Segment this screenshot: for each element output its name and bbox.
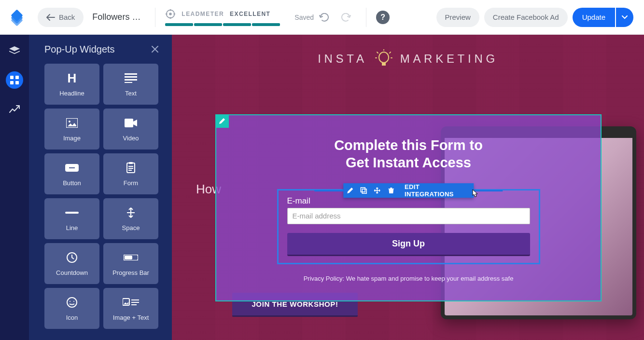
svg-point-1 [169,13,172,15]
signup-button[interactable]: Sign Up [287,233,530,256]
brand-left: INSTA [318,52,367,66]
preview-button[interactable]: Preview [436,8,479,27]
toolbar-duplicate-button[interactable] [357,183,370,198]
svg-rect-2 [10,76,14,79]
page-name[interactable]: Followers W… [92,12,145,22]
close-panel-button[interactable] [150,44,160,54]
text-icon [125,71,137,85]
undo-icon [319,13,330,22]
svg-rect-16 [129,162,133,164]
widget-tile-label: Button [63,179,81,187]
rail-widgets-button[interactable] [6,71,23,89]
brand-header: INSTA MARKETING [172,49,644,68]
form-icon [126,161,136,175]
form-widget[interactable]: EDIT INTEGRATIONS E-mail Sign Up [277,189,540,264]
widget-tile-form[interactable]: Form [103,153,158,194]
svg-rect-14 [69,167,75,168]
svg-rect-8 [125,79,137,81]
rail-analytics-button[interactable] [9,103,20,115]
popup-heading[interactable]: Complete this Form to Get Instant Access [334,136,483,172]
svg-point-11 [69,121,70,122]
widget-tile-text[interactable]: Text [103,64,158,105]
help-button[interactable]: ? [376,11,390,24]
saved-status: Saved [294,14,314,21]
toolbar-delete-button[interactable] [384,183,398,198]
target-icon [165,9,176,19]
svg-rect-7 [125,76,137,78]
svg-point-26 [73,301,74,302]
redo-button[interactable] [338,10,353,25]
widget-tile-imgtext[interactable]: Image + Text [103,288,158,329]
rail-layers-button[interactable] [9,45,20,57]
create-facebook-ad-button[interactable]: Create Facebook Ad [484,8,568,27]
redo-icon [340,13,351,22]
toolbar-edit-integrations-button[interactable]: EDIT INTEGRATIONS [398,183,474,198]
leadmeter[interactable]: LEADMETER EXCELLENT [165,9,280,26]
svg-rect-19 [128,170,132,171]
left-rail [0,35,29,340]
widget-tile-image[interactable]: Image [44,109,99,150]
space-icon [126,206,136,219]
canvas[interactable]: INSTA MARKETING How JOIN THE WORKSHOP! C… [172,35,644,340]
svg-rect-20 [65,212,79,214]
progress-icon [124,251,138,264]
widget-tile-icon[interactable]: Icon [44,288,99,329]
create-fb-label: Create Facebook Ad [493,13,559,21]
svg-rect-5 [15,81,19,84]
toolbar-edit-button[interactable] [343,183,357,198]
divider [366,8,366,27]
widget-tile-countdown[interactable]: Countdown [44,243,99,284]
popup-editor[interactable]: Complete this Form to Get Instant Access… [215,114,602,301]
widget-tile-space[interactable]: Space [103,198,158,239]
widget-tile-line[interactable]: Line [44,198,99,239]
widget-tile-label: Video [123,135,139,142]
widget-tile-label: Icon [66,314,78,321]
widget-tile-label: Text [125,90,137,97]
close-icon [152,46,158,53]
widget-tile-progress[interactable]: Progress Bar [103,243,158,284]
widget-tile-button[interactable]: Button [44,153,99,194]
widget-tile-label: Form [124,179,138,187]
image-icon [66,116,78,130]
copy-icon [361,187,367,194]
countdown-icon [66,251,78,264]
divider [155,8,155,27]
email-field[interactable] [287,208,530,224]
pencil-icon [347,187,353,194]
svg-rect-32 [382,63,386,66]
svg-rect-33 [361,188,365,192]
svg-point-24 [67,298,77,307]
undo-button[interactable] [317,10,332,25]
panel-title: Pop-Up Widgets [44,44,115,55]
svg-rect-29 [131,302,139,303]
update-button[interactable]: Update [573,8,615,27]
privacy-text: Privacy Policy: We hate spam and promise… [304,275,514,282]
leadmeter-label: LEADMETER [182,11,224,17]
line-icon [65,206,79,219]
trend-icon [9,105,20,113]
svg-rect-34 [363,189,367,193]
svg-rect-28 [131,299,139,300]
widget-tile-headline[interactable]: HHeadline [44,64,99,105]
svg-point-31 [379,52,389,63]
back-button[interactable]: Back [38,8,84,27]
topbar: Back Followers W… LEADMETER EXCELLENT Sa… [0,0,644,35]
svg-rect-4 [10,81,14,84]
widget-tile-label: Image + Text [113,314,149,321]
button-icon [65,161,79,175]
brand-right: MARKETING [400,52,498,66]
widget-tile-video[interactable]: Video [103,109,158,150]
update-dropdown-button[interactable] [616,8,633,27]
update-button-split: Update [573,8,633,27]
help-icon: ? [380,13,385,22]
toolbar-move-button[interactable] [371,183,384,198]
svg-rect-23 [125,256,132,259]
widget-tile-label: Space [122,224,140,231]
widget-tile-label: Headline [59,90,84,97]
leadmeter-bar [165,23,280,26]
icon-icon [66,296,78,309]
widgets-icon [10,76,19,84]
widget-tile-label: Countdown [56,269,88,276]
app-logo [0,12,34,23]
form-toolbar: EDIT INTEGRATIONS [343,183,474,198]
